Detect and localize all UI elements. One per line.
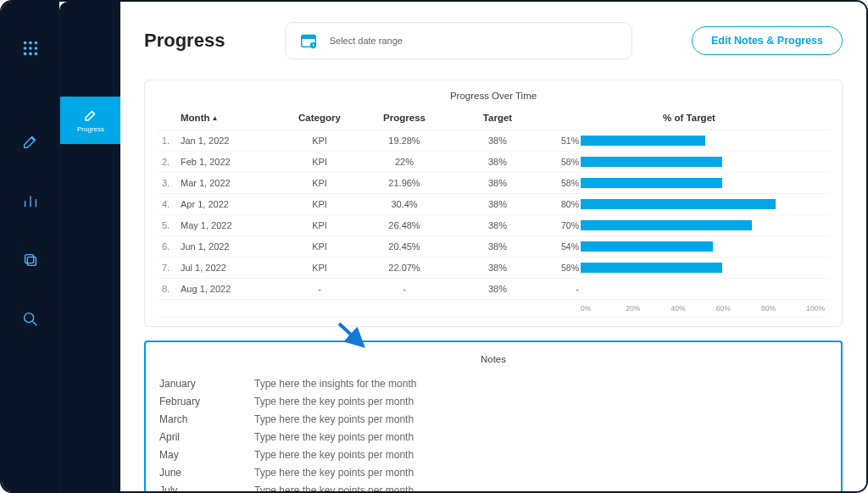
bar-axis: 0%20%40%60%80%100% xyxy=(554,304,825,313)
notes-card: Notes JanuaryType here the insights for … xyxy=(144,341,843,491)
bar-fill xyxy=(581,220,752,230)
cell-pct-target: 80% xyxy=(548,194,830,215)
svg-point-7 xyxy=(29,53,32,56)
bar-chart-icon[interactable] xyxy=(14,185,47,217)
table-row[interactable]: 5.May 1, 2022KPI26.48%38%70% xyxy=(157,215,830,236)
row-index: 2. xyxy=(157,152,175,173)
col-header-month[interactable]: Month▲ xyxy=(175,109,277,130)
copy-icon[interactable] xyxy=(14,244,47,276)
row-index: 4. xyxy=(157,194,175,215)
sort-asc-icon: ▲ xyxy=(211,114,218,122)
pct-label: 58% xyxy=(554,263,581,273)
col-header-pct-target[interactable]: % of Target xyxy=(548,109,830,130)
svg-point-1 xyxy=(29,42,32,45)
bar-track xyxy=(581,157,825,167)
cell-pct-target: 70% xyxy=(548,215,830,236)
cell-progress: - xyxy=(362,279,447,300)
cell-progress: 20.45% xyxy=(362,236,447,258)
cell-month: Mar 1, 2022 xyxy=(175,173,277,194)
cell-month: Aug 1, 2022 xyxy=(175,279,277,300)
notes-row[interactable]: FebruaryType here the key points per mon… xyxy=(159,392,827,410)
pct-label: - xyxy=(554,284,581,294)
svg-point-5 xyxy=(35,47,38,50)
cell-target: 38% xyxy=(447,194,548,215)
pct-label: 58% xyxy=(554,178,581,188)
cell-pct-target: 58% xyxy=(548,152,830,173)
svg-rect-9 xyxy=(27,257,36,265)
bar-fill xyxy=(581,157,722,167)
date-range-placeholder: Select date range xyxy=(330,36,403,46)
apps-icon[interactable] xyxy=(14,32,47,64)
search-icon[interactable] xyxy=(14,303,47,335)
cell-category: KPI xyxy=(277,130,362,152)
cell-target: 38% xyxy=(447,152,548,173)
svg-point-0 xyxy=(24,42,27,45)
chart-title: Progress Over Time xyxy=(157,91,830,101)
col-header-category[interactable]: Category xyxy=(277,109,362,130)
progress-table: Month▲ Category Progress Target % of Tar… xyxy=(157,109,830,318)
date-range-picker[interactable]: Select date range xyxy=(285,22,632,59)
cell-progress: 22.07% xyxy=(362,258,447,279)
col-header-target[interactable]: Target xyxy=(447,109,548,130)
cell-progress: 26.48% xyxy=(362,215,447,236)
notes-text: Type here the key points per month xyxy=(254,449,414,461)
notes-text: Type here the key points per month xyxy=(254,396,414,407)
pct-label: 54% xyxy=(554,241,581,252)
cell-target: 38% xyxy=(447,258,548,279)
notes-row[interactable]: JuneType here the key points per month xyxy=(159,463,827,481)
bar-fill xyxy=(581,199,776,209)
cell-progress: 22% xyxy=(362,152,447,173)
cell-category: - xyxy=(277,279,362,300)
calendar-icon xyxy=(299,31,318,50)
col-header-progress[interactable]: Progress xyxy=(362,109,447,130)
secondary-nav: Progress xyxy=(59,2,120,491)
notes-month: June xyxy=(159,467,254,479)
notes-row[interactable]: JulyType here the key points per month xyxy=(159,481,827,491)
table-row[interactable]: 7.Jul 1, 2022KPI22.07%38%58% xyxy=(157,258,830,279)
table-row[interactable]: 6.Jun 1, 2022KPI20.45%38%54% xyxy=(157,236,830,258)
bar-track xyxy=(581,284,825,294)
notes-row[interactable]: MayType here the key points per month xyxy=(159,446,827,463)
table-row[interactable]: 8.Aug 1, 2022--38%- xyxy=(157,279,830,300)
cell-month: Jul 1, 2022 xyxy=(175,258,277,279)
row-index: 5. xyxy=(157,215,175,236)
bar-fill xyxy=(581,136,705,146)
cell-month: Apr 1, 2022 xyxy=(175,194,277,215)
notes-text: Type here the insights for the month xyxy=(254,378,416,390)
edit-notes-button[interactable]: Edit Notes & Progress xyxy=(692,26,843,55)
progress-over-time-card: Progress Over Time Month▲ Category Progr… xyxy=(144,80,843,327)
cell-category: KPI xyxy=(277,194,362,215)
notes-month: February xyxy=(159,396,254,407)
pct-label: 80% xyxy=(554,199,581,209)
cell-category: KPI xyxy=(277,215,362,236)
axis-tick: 40% xyxy=(671,304,716,313)
cell-pct-target: 54% xyxy=(548,236,830,258)
row-index: 8. xyxy=(157,279,175,300)
axis-tick: 0% xyxy=(581,304,626,313)
edit-icon[interactable] xyxy=(14,125,47,158)
table-row[interactable]: 1.Jan 1, 2022KPI19.28%38%51% xyxy=(157,130,830,152)
table-row[interactable]: 2.Feb 1, 2022KPI22%38%58% xyxy=(157,152,830,173)
notes-row[interactable]: AprilType here the key points per month xyxy=(159,428,827,446)
svg-rect-10 xyxy=(25,255,34,263)
bar-fill xyxy=(581,241,713,252)
svg-rect-13 xyxy=(301,36,315,39)
notes-row[interactable]: JanuaryType here the insights for the mo… xyxy=(159,374,827,392)
row-index: 3. xyxy=(157,173,175,194)
svg-point-8 xyxy=(35,53,38,56)
table-row[interactable]: 4.Apr 1, 2022KPI30.4%38%80% xyxy=(157,194,830,215)
page-title: Progress xyxy=(144,30,225,52)
cell-target: 38% xyxy=(447,173,548,194)
svg-point-6 xyxy=(24,53,27,56)
tab-progress[interactable]: Progress xyxy=(60,97,121,144)
notes-title: Notes xyxy=(159,354,827,364)
table-row[interactable]: 3.Mar 1, 2022KPI21.96%38%58% xyxy=(157,173,830,194)
tab-progress-label: Progress xyxy=(77,125,104,133)
cell-month: May 1, 2022 xyxy=(175,215,277,236)
cell-category: KPI xyxy=(277,152,362,173)
notes-row[interactable]: MarchType here the key points per month xyxy=(159,410,827,428)
cell-progress: 30.4% xyxy=(362,194,447,215)
row-index: 6. xyxy=(157,236,175,258)
axis-tick: 100% xyxy=(806,304,825,313)
notes-month: April xyxy=(159,431,254,443)
